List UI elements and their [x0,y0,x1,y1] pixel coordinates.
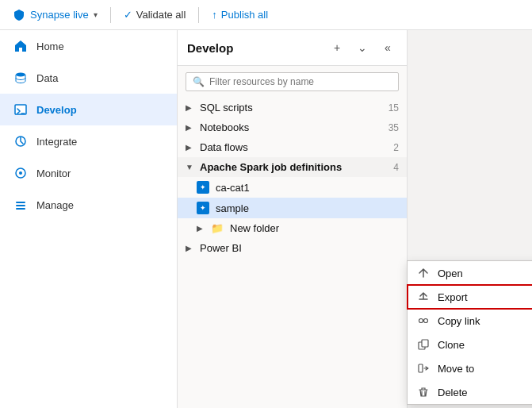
tree-label: SQL scripts [200,102,385,114]
chevron-right-icon: ▶ [186,123,197,132]
chevron-right-icon: ▶ [186,103,197,112]
validate-icon: ✓ [124,9,132,21]
context-menu-clone[interactable]: Clone [408,333,532,356]
svg-rect-6 [16,205,25,206]
svg-rect-13 [419,364,423,372]
sidebar-integrate-label: Integrate [36,136,77,148]
move-to-label: Move to [438,363,474,375]
context-menu-copy-link[interactable]: Copy link [408,309,532,333]
home-icon [13,38,29,54]
spark-icon: ✦ [197,181,209,194]
sidebar-item-develop[interactable]: Develop [0,94,177,125]
context-menu-open[interactable]: Open [408,261,532,285]
develop-panel: Develop + ⌄ « 🔍 ▶ SQL scripts 15 ▶ Note [178,30,408,408]
sidebar-item-integrate[interactable]: Integrate [0,125,177,157]
delete-icon [417,386,430,398]
tree-count: 4 [393,162,399,173]
develop-header-actions: + ⌄ « [327,38,397,57]
separator [110,7,111,23]
copy-link-label: Copy link [438,315,480,327]
svg-point-0 [16,73,25,77]
context-menu-delete[interactable]: Delete [408,380,532,404]
integrate-icon [13,133,29,149]
tree-count: 15 [388,102,399,114]
tree: ▶ SQL scripts 15 ▶ Notebooks 35 ▶ Data f… [178,98,407,258]
synapse-label: Synapse live [30,9,89,21]
close-panel-button[interactable]: « [378,38,397,57]
shield-icon [13,9,25,21]
develop-title: Develop [187,41,327,55]
sidebar-item-data[interactable]: Data [0,62,177,94]
tree-item-spark-jobs[interactable]: ▼ Apache Spark job definitions 4 [178,157,407,177]
tree-item-sql-scripts[interactable]: ▶ SQL scripts 15 [178,98,407,117]
context-menu-export[interactable]: Export [407,284,532,310]
search-icon: 🔍 [193,76,205,87]
sidebar: Home Data Develop Integrate Monitor [0,30,178,408]
svg-point-8 [419,319,423,323]
manage-icon [13,197,29,213]
tree-item-new-folder[interactable]: ▶ 📁 New folder [178,218,407,238]
sidebar-develop-label: Develop [36,104,77,116]
tree-item-data-flows[interactable]: ▶ Data flows 2 [178,137,407,157]
chevron-right-icon: ▶ [186,143,197,152]
data-icon [13,70,29,86]
validate-label: Validate all [136,9,186,21]
publish-all-button[interactable]: ↑ Publish all [212,9,268,21]
svg-rect-1 [15,105,26,114]
clone-icon [417,338,430,351]
context-menu-move-to[interactable]: Move to [408,356,532,380]
open-icon [417,267,430,279]
svg-rect-5 [16,202,25,203]
synapse-live[interactable]: Synapse live ▾ [13,9,98,21]
sidebar-item-home[interactable]: Home [0,30,177,62]
tree-count: 35 [388,122,399,133]
tree-label: New folder [230,222,399,234]
tree-count: 2 [393,142,399,153]
upload-icon: ↑ [212,9,217,21]
open-label: Open [438,268,463,279]
tree-label: Apache Spark job definitions [200,161,390,173]
monitor-icon [13,165,29,181]
move-to-icon [417,362,430,375]
delete-label: Delete [438,387,468,398]
develop-icon [13,102,29,117]
tree-label: Notebooks [200,121,385,133]
sidebar-data-label: Data [36,72,58,84]
sidebar-item-manage[interactable]: Manage [0,189,177,221]
chevron-down-icon: ▼ [186,163,197,171]
topbar: Synapse live ▾ ✓ Validate all ↑ Publish … [0,0,532,30]
tree-item-sample[interactable]: ✦ sample [178,198,407,218]
export-label: Export [438,291,468,303]
search-box: 🔍 [186,72,399,91]
develop-header: Develop + ⌄ « [178,30,407,66]
svg-point-9 [424,319,428,323]
publish-label: Publish all [221,9,268,21]
svg-point-4 [19,171,22,175]
tree-item-power-bi[interactable]: ▶ Power BI [178,238,407,258]
svg-rect-12 [422,340,428,347]
export-icon [417,291,430,303]
search-input[interactable] [209,76,392,87]
chevron-down-icon: ▾ [94,10,98,19]
spark-icon: ✦ [197,202,209,214]
tree-item-ca-cat1[interactable]: ✦ ca-cat1 [178,177,407,198]
clone-label: Clone [438,339,465,351]
separator2 [198,7,199,23]
sidebar-home-label: Home [36,40,64,52]
tree-label: sample [216,202,399,214]
add-button[interactable]: + [327,38,346,57]
context-menu: Open Export Copy link C [407,260,532,405]
folder-icon: 📁 [211,222,224,234]
sidebar-item-monitor[interactable]: Monitor [0,157,177,189]
validate-all-button[interactable]: ✓ Validate all [124,9,186,21]
copy-link-icon [417,314,430,327]
tree-label: Power BI [200,242,399,254]
tree-item-notebooks[interactable]: ▶ Notebooks 35 [178,117,407,137]
chevron-right-icon: ▶ [186,244,197,252]
main-layout: Home Data Develop Integrate Monitor [0,30,532,408]
svg-rect-7 [16,208,25,210]
sidebar-manage-label: Manage [36,199,74,211]
collapse-button[interactable]: ⌄ [353,38,372,57]
sidebar-monitor-label: Monitor [36,167,71,179]
chevron-right-icon: ▶ [197,224,208,233]
